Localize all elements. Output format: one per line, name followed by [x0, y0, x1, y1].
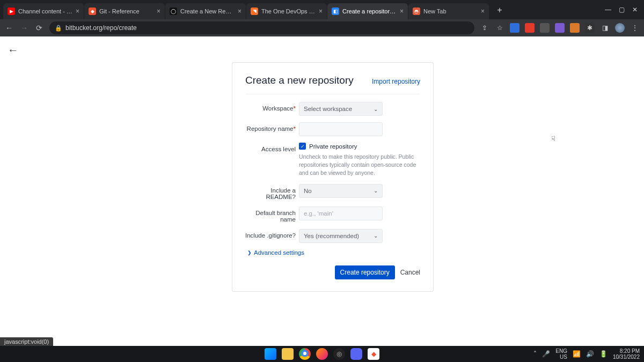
back-icon[interactable]: ← [4, 24, 14, 32]
import-repository-link[interactable]: Import repository [372, 78, 420, 85]
url-field[interactable]: 🔒 bitbucket.org/repo/create [49, 21, 474, 34]
window-controls: — ▢ ✕ [598, 0, 644, 19]
branch-input[interactable] [299, 206, 383, 220]
tab-bitbucket[interactable]: ◧ Create a repository — Bitbucket × [327, 3, 408, 19]
private-checkbox[interactable]: ✓ [299, 143, 306, 150]
repo-name-input[interactable] [299, 122, 383, 136]
tab-newtab[interactable]: ◓ New Tab × [408, 3, 489, 19]
side-panel-icon[interactable]: ◨ [600, 23, 610, 33]
tab-gitlab[interactable]: ◥ The One DevOps Platform | GitL × [246, 3, 327, 19]
tab-title: New Tab [423, 8, 478, 14]
git-app-icon[interactable]: ◆ [368, 348, 379, 360]
select-value: Select workspace [304, 106, 352, 112]
close-icon[interactable]: × [76, 8, 79, 15]
reload-icon[interactable]: ⟳ [34, 24, 44, 32]
readme-label: Include a README? [245, 184, 299, 200]
volume-icon[interactable]: 🔊 [586, 350, 594, 358]
chevron-down-icon: ⌄ [374, 106, 378, 112]
windows-taskbar: ◎ ◆ ˄ 🎤 ENGUS 📶 🔊 🔋 8:20 PM10/31/2022 [0, 346, 644, 362]
new-tab-button[interactable]: + [493, 3, 507, 17]
select-value: Yes (recommended) [304, 233, 359, 239]
gitlab-icon: ◥ [251, 8, 258, 15]
create-repository-button[interactable]: Create repository [335, 265, 395, 279]
profile-avatar[interactable] [615, 23, 625, 33]
private-checkbox-label: Private repository [309, 143, 357, 150]
youtube-icon: ▶ [8, 8, 15, 15]
git-icon: ◆ [89, 8, 96, 15]
taskbar-apps: ◎ ◆ [265, 348, 379, 360]
tab-git[interactable]: ◆ Git - Reference × [84, 3, 165, 19]
extension-icon[interactable] [540, 23, 550, 33]
brave-icon: ◓ [413, 8, 420, 15]
bitbucket-icon: ◧ [332, 8, 339, 15]
language-indicator[interactable]: ENGUS [555, 348, 567, 360]
clock[interactable]: 8:20 PM10/31/2022 [613, 348, 640, 360]
tab-strip: ▶ Channel content - YouTube Stu × ◆ Git … [3, 3, 598, 19]
chevron-right-icon: ❯ [247, 250, 252, 255]
readme-select[interactable]: No ⌄ [299, 184, 383, 198]
start-button[interactable] [265, 348, 276, 360]
status-bar: javascript:void(0) [0, 337, 53, 346]
close-icon[interactable]: × [157, 8, 160, 15]
close-icon[interactable]: × [319, 8, 323, 15]
kebab-menu-icon[interactable]: ⋮ [630, 23, 640, 33]
branch-label: Default branch name [245, 206, 299, 223]
create-repo-card: Create a new repository Import repositor… [232, 62, 434, 292]
extensions-icon[interactable]: ✱ [585, 23, 595, 33]
repo-name-label: Repository name* [245, 122, 299, 132]
obs-icon[interactable]: ◎ [333, 348, 345, 360]
battery-icon[interactable]: 🔋 [599, 350, 608, 358]
bookmark-icon[interactable]: ☆ [495, 23, 504, 33]
page-content: ← Create a new repository Import reposit… [0, 36, 644, 346]
close-icon[interactable]: × [400, 8, 404, 15]
gitignore-select[interactable]: Yes (recommended) ⌄ [299, 229, 383, 243]
minimize-icon[interactable]: — [605, 6, 611, 13]
cursor-icon: ☟ [551, 135, 555, 143]
workspace-label: Workspace* [245, 102, 299, 112]
discord-icon[interactable] [350, 348, 362, 360]
tab-title: The One DevOps Platform | GitL [261, 8, 316, 14]
tab-title: Channel content - YouTube Stu [18, 8, 72, 14]
access-level-label: Access level [245, 143, 299, 152]
github-icon: ◯ [170, 8, 177, 15]
advanced-settings-toggle[interactable]: ❯ Advanced settings [247, 249, 420, 256]
chevron-up-icon[interactable]: ˄ [533, 350, 537, 358]
tab-title: Git - Reference [99, 8, 153, 14]
access-hint: Uncheck to make this repository public. … [299, 153, 417, 178]
extension-icon[interactable] [570, 23, 580, 33]
chrome-icon[interactable] [299, 348, 311, 360]
chevron-down-icon: ⌄ [374, 233, 378, 239]
system-tray[interactable]: ˄ 🎤 ENGUS 📶 🔊 🔋 8:20 PM10/31/2022 [533, 348, 640, 360]
url-text: bitbucket.org/repo/create [65, 24, 137, 32]
tab-github[interactable]: ◯ Create a New Repository × [165, 3, 246, 19]
wifi-icon[interactable]: 📶 [573, 350, 581, 358]
address-bar: ← → ⟳ 🔒 bitbucket.org/repo/create ⇪ ☆ ✱ … [0, 19, 644, 36]
mic-icon[interactable]: 🎤 [542, 350, 550, 358]
forward-icon[interactable]: → [19, 24, 29, 32]
cancel-button[interactable]: Cancel [400, 269, 420, 276]
extension-icon[interactable] [555, 23, 565, 33]
maximize-icon[interactable]: ▢ [619, 6, 625, 13]
extension-icon[interactable] [525, 23, 535, 33]
gitignore-label: Include .gitignore? [245, 229, 299, 239]
toolbar-icons: ⇪ ☆ ✱ ◨ ⋮ [480, 23, 640, 33]
firefox-icon[interactable] [316, 348, 328, 360]
close-icon[interactable]: × [238, 8, 241, 15]
extension-icon[interactable] [510, 23, 519, 33]
browser-titlebar: ▶ Channel content - YouTube Stu × ◆ Git … [0, 0, 644, 19]
tab-youtube[interactable]: ▶ Channel content - YouTube Stu × [3, 3, 84, 19]
select-value: No [304, 188, 312, 194]
tab-title: Create a New Repository [180, 8, 235, 14]
page-back-button[interactable]: ← [8, 44, 18, 56]
share-icon[interactable]: ⇪ [480, 23, 489, 33]
chevron-down-icon: ⌄ [374, 188, 378, 194]
tab-title: Create a repository — Bitbucket [342, 8, 397, 14]
workspace-select[interactable]: Select workspace ⌄ [299, 102, 383, 116]
close-icon[interactable]: × [481, 8, 485, 15]
lock-icon: 🔒 [55, 25, 62, 32]
close-window-icon[interactable]: ✕ [632, 6, 638, 13]
file-explorer-icon[interactable] [282, 348, 294, 360]
page-title: Create a new repository [245, 75, 354, 86]
